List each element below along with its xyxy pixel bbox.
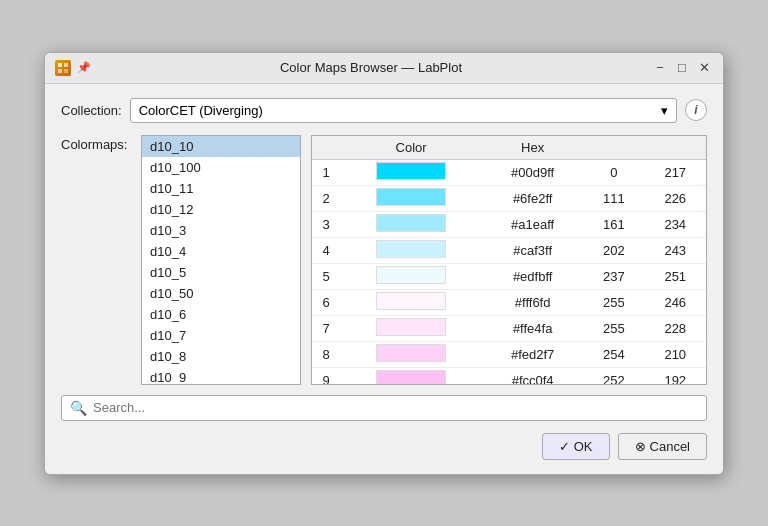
table-row: 5#edfbff237251 [312, 263, 706, 289]
row-color [340, 367, 482, 385]
col-v1-header [583, 136, 644, 160]
row-index: 6 [312, 289, 340, 315]
svg-rect-1 [64, 63, 68, 67]
col-color-header: Color [340, 136, 482, 160]
collection-label: Collection: [61, 103, 122, 118]
collection-select[interactable]: ColorCET (Diverging) ▾ [130, 98, 677, 123]
colormaps-list[interactable]: d10_10d10_100d10_11d10_12d10_3d10_4d10_5… [141, 135, 301, 385]
list-item[interactable]: d10_6 [142, 304, 300, 325]
row-val2: 192 [645, 367, 706, 385]
maximize-button[interactable]: □ [673, 59, 691, 77]
detail-table: Color Hex 1#00d9ff02172#6fe2ff1112263#a1… [312, 136, 706, 385]
list-item[interactable]: d10_50 [142, 283, 300, 304]
row-val2: 246 [645, 289, 706, 315]
close-button[interactable]: ✕ [695, 59, 713, 77]
minimize-button[interactable]: − [651, 59, 669, 77]
list-item[interactable]: d10_4 [142, 241, 300, 262]
window-title: Color Maps Browser — LabPlot [91, 60, 651, 75]
row-color [340, 185, 482, 211]
dialog-content: Collection: ColorCET (Diverging) ▾ i Col… [45, 84, 723, 474]
row-index: 8 [312, 341, 340, 367]
row-val2: 217 [645, 159, 706, 185]
cancel-button[interactable]: ⊗ Cancel [618, 433, 707, 460]
collection-dropdown-arrow: ▾ [661, 103, 668, 118]
colormaps-label: Colormaps: [61, 135, 141, 152]
list-item[interactable]: d10_8 [142, 346, 300, 367]
row-color [340, 289, 482, 315]
titlebar: 📌 Color Maps Browser — LabPlot − □ ✕ [45, 53, 723, 84]
ok-button[interactable]: ✓ OK [542, 433, 610, 460]
list-item[interactable]: d10_100 [142, 157, 300, 178]
list-item[interactable]: d10_5 [142, 262, 300, 283]
row-hex: #caf3ff [482, 237, 583, 263]
ok-checkmark: ✓ [559, 439, 570, 454]
titlebar-left: 📌 [55, 60, 91, 76]
row-hex: #edfbff [482, 263, 583, 289]
row-color [340, 237, 482, 263]
list-item[interactable]: d10_7 [142, 325, 300, 346]
search-row: 🔍 [61, 395, 707, 421]
cancel-label: Cancel [650, 439, 690, 454]
row-val2: 251 [645, 263, 706, 289]
cancel-icon: ⊗ [635, 439, 646, 454]
row-val1: 111 [583, 185, 644, 211]
row-color [340, 211, 482, 237]
table-row: 1#00d9ff0217 [312, 159, 706, 185]
row-val2: 228 [645, 315, 706, 341]
main-window: 📌 Color Maps Browser — LabPlot − □ ✕ Col… [44, 52, 724, 475]
titlebar-controls: − □ ✕ [651, 59, 713, 77]
row-color [340, 341, 482, 367]
row-hex: #00d9ff [482, 159, 583, 185]
row-val2: 210 [645, 341, 706, 367]
row-hex: #fcc0f4 [482, 367, 583, 385]
row-color [340, 315, 482, 341]
row-index: 5 [312, 263, 340, 289]
row-val1: 255 [583, 289, 644, 315]
col-v2-header [645, 136, 706, 160]
colormaps-section: Colormaps: d10_10d10_100d10_11d10_12d10_… [61, 135, 301, 385]
svg-rect-3 [64, 69, 68, 73]
list-item[interactable]: d10_11 [142, 178, 300, 199]
row-index: 3 [312, 211, 340, 237]
table-body: 1#00d9ff02172#6fe2ff1112263#a1eaff161234… [312, 159, 706, 385]
ok-label: OK [574, 439, 593, 454]
info-button[interactable]: i [685, 99, 707, 121]
row-color [340, 159, 482, 185]
col-index-header [312, 136, 340, 160]
col-hex-header: Hex [482, 136, 583, 160]
button-row: ✓ OK ⊗ Cancel [61, 433, 707, 460]
row-val1: 252 [583, 367, 644, 385]
app-icon [55, 60, 71, 76]
table-row: 4#caf3ff202243 [312, 237, 706, 263]
list-item[interactable]: d10_9 [142, 367, 300, 385]
row-val2: 243 [645, 237, 706, 263]
collection-value: ColorCET (Diverging) [139, 103, 263, 118]
row-val1: 237 [583, 263, 644, 289]
row-index: 1 [312, 159, 340, 185]
table-row: 6#fff6fd255246 [312, 289, 706, 315]
row-hex: #fff6fd [482, 289, 583, 315]
svg-rect-0 [58, 63, 62, 67]
row-hex: #a1eaff [482, 211, 583, 237]
row-index: 7 [312, 315, 340, 341]
row-val2: 226 [645, 185, 706, 211]
table-row: 2#6fe2ff111226 [312, 185, 706, 211]
row-index: 9 [312, 367, 340, 385]
row-val1: 202 [583, 237, 644, 263]
table-row: 7#ffe4fa255228 [312, 315, 706, 341]
table-row: 9#fcc0f4252192 [312, 367, 706, 385]
main-area: Colormaps: d10_10d10_100d10_11d10_12d10_… [61, 135, 707, 385]
row-hex: #6fe2ff [482, 185, 583, 211]
search-input[interactable] [93, 400, 698, 415]
row-val2: 234 [645, 211, 706, 237]
row-val1: 161 [583, 211, 644, 237]
list-item[interactable]: d10_3 [142, 220, 300, 241]
table-row: 8#fed2f7254210 [312, 341, 706, 367]
collection-row: Collection: ColorCET (Diverging) ▾ i [61, 98, 707, 123]
list-item[interactable]: d10_10 [142, 136, 300, 157]
pin-icon: 📌 [77, 61, 91, 74]
list-item[interactable]: d10_12 [142, 199, 300, 220]
row-hex: #ffe4fa [482, 315, 583, 341]
detail-table-wrap[interactable]: Color Hex 1#00d9ff02172#6fe2ff1112263#a1… [311, 135, 707, 385]
row-index: 4 [312, 237, 340, 263]
